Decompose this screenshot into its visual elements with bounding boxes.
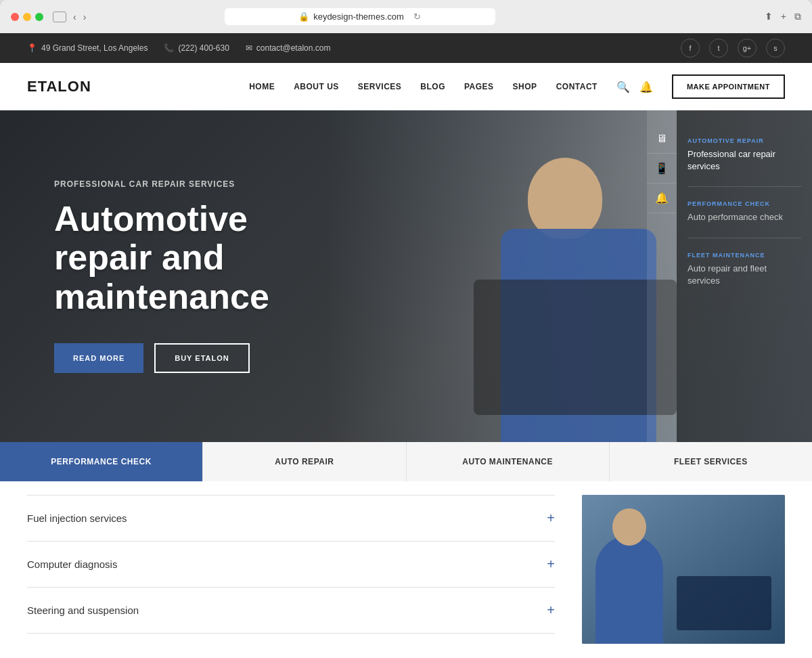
side-icons-panel: 🖥 📱 🔔 bbox=[647, 110, 677, 442]
content-section: Fuel injection services + Computer diagn… bbox=[0, 481, 812, 658]
twitter-icon[interactable]: t bbox=[709, 39, 728, 58]
accordion-plus-steering[interactable]: + bbox=[547, 602, 555, 618]
tab-performance-check[interactable]: PERFORMANCE CHECK bbox=[0, 442, 203, 481]
slide-title-performance: Auto performance check bbox=[687, 211, 801, 223]
slide-label-fleet: FLEET MAINTENANCE bbox=[687, 252, 801, 259]
accordion-plus-fuel[interactable]: + bbox=[547, 510, 555, 526]
email-icon: ✉ bbox=[246, 43, 252, 53]
nav-icons: 🔍 🔔 bbox=[616, 81, 653, 93]
email-item: ✉ contact@etalon.com bbox=[246, 43, 331, 53]
phone-item: 📞 (222) 400-630 bbox=[164, 43, 229, 53]
main-nav: HOME ABOUT US SERVICES BLOG PAGES SHOP C… bbox=[249, 74, 785, 99]
service-tabs: PERFORMANCE CHECK AUTO REPAIR AUTO MAINT… bbox=[0, 442, 812, 481]
nav-contact[interactable]: CONTACT bbox=[556, 82, 597, 91]
nav-shop[interactable]: SHOP bbox=[513, 82, 537, 91]
cart-icon[interactable]: 🔔 bbox=[639, 81, 653, 93]
nav-services[interactable]: SERVICES bbox=[358, 82, 401, 91]
slide-panel: AUTOMOTIVE REPAIR Professional car repai… bbox=[677, 110, 812, 442]
accordion-label-computer: Computer diagnosis bbox=[27, 558, 117, 570]
browser-titlebar: ‹ › 🔒 keydesign-themes.com ↻ ⬆ + ⧉ bbox=[0, 0, 812, 33]
img-car-engine bbox=[677, 576, 771, 630]
browser-actions: ⬆ + ⧉ bbox=[765, 11, 801, 22]
top-bar: 📍 49 Grand Street, Los Angeles 📞 (222) 4… bbox=[0, 33, 812, 63]
location-icon: 📍 bbox=[27, 43, 37, 53]
tab-auto-maintenance[interactable]: AUTO MAINTENANCE bbox=[407, 442, 610, 481]
minimize-dot[interactable] bbox=[23, 13, 31, 21]
main-header: ETALON HOME ABOUT US SERVICES BLOG PAGES… bbox=[0, 63, 812, 110]
browser-content: 📍 49 Grand Street, Los Angeles 📞 (222) 4… bbox=[0, 33, 812, 658]
bell-icon[interactable]: 🔔 bbox=[647, 183, 677, 213]
slide-item-automotive[interactable]: AUTOMOTIVE REPAIR Professional car repai… bbox=[687, 124, 801, 187]
phone-icon: 📞 bbox=[164, 43, 174, 53]
slide-label-performance: PERFORMANCE CHECK bbox=[687, 200, 801, 207]
desktop-icon[interactable]: 🖥 bbox=[647, 124, 677, 154]
address-text: 49 Grand Street, Los Angeles bbox=[41, 43, 148, 53]
close-dot[interactable] bbox=[11, 13, 19, 21]
hero-buttons: READ MORE BUY ETALON bbox=[54, 343, 352, 373]
googleplus-icon[interactable]: g+ bbox=[738, 39, 757, 58]
make-appointment-button[interactable]: MAKE APPOINTMENT bbox=[672, 74, 785, 99]
tab-auto-repair[interactable]: AUTO REPAIR bbox=[203, 442, 406, 481]
tab-fleet-services[interactable]: FLEET SERVICES bbox=[610, 442, 812, 481]
accordion-list: Fuel injection services + Computer diagn… bbox=[27, 495, 555, 634]
phone-text: (222) 400-630 bbox=[178, 43, 229, 53]
nav-blog[interactable]: BLOG bbox=[420, 82, 445, 91]
browser-dots bbox=[11, 13, 43, 21]
forward-button[interactable]: › bbox=[83, 12, 87, 22]
hero-car bbox=[474, 280, 677, 415]
slide-title-fleet: Auto repair and fleet services bbox=[687, 263, 801, 287]
search-icon[interactable]: 🔍 bbox=[616, 81, 630, 93]
accordion-label-fuel: Fuel injection services bbox=[27, 512, 127, 524]
read-more-button[interactable]: READ MORE bbox=[54, 343, 143, 373]
address-bar[interactable]: 🔒 keydesign-themes.com ↻ bbox=[225, 8, 495, 25]
slide-title-automotive: Professional car repair services bbox=[687, 148, 801, 173]
url-text: keydesign-themes.com bbox=[313, 12, 404, 22]
img-mechanic-head bbox=[612, 508, 646, 546]
nav-about[interactable]: ABOUT US bbox=[294, 82, 339, 91]
maximize-dot[interactable] bbox=[35, 13, 43, 21]
windows-icon[interactable]: ⧉ bbox=[794, 11, 801, 22]
hero-subtitle: PROFESSIONAL CAR REPAIR SERVICES bbox=[54, 179, 352, 189]
img-mechanic-body bbox=[595, 535, 663, 644]
site-logo[interactable]: ETALON bbox=[27, 78, 91, 95]
hero-content: PROFESSIONAL CAR REPAIR SERVICES Automot… bbox=[0, 179, 379, 373]
refresh-icon: ↻ bbox=[413, 12, 421, 22]
nav-home[interactable]: HOME bbox=[249, 82, 275, 91]
tab-icon bbox=[53, 12, 66, 22]
hero-mechanic-head bbox=[528, 158, 602, 239]
top-bar-left: 📍 49 Grand Street, Los Angeles 📞 (222) 4… bbox=[27, 43, 330, 53]
mobile-icon[interactable]: 📱 bbox=[647, 154, 677, 183]
slide-item-fleet[interactable]: FLEET MAINTENANCE Auto repair and fleet … bbox=[687, 238, 801, 301]
accordion-label-steering: Steering and suspension bbox=[27, 605, 139, 616]
accordion-item-steering[interactable]: Steering and suspension + bbox=[27, 588, 555, 634]
email-text: contact@etalon.com bbox=[256, 43, 331, 53]
skype-icon[interactable]: s bbox=[766, 39, 785, 58]
address-item: 📍 49 Grand Street, Los Angeles bbox=[27, 43, 148, 53]
hero-section: PROFESSIONAL CAR REPAIR SERVICES Automot… bbox=[0, 110, 812, 442]
back-button[interactable]: ‹ bbox=[73, 12, 76, 22]
browser-window: ‹ › 🔒 keydesign-themes.com ↻ ⬆ + ⧉ 📍 49 … bbox=[0, 0, 812, 658]
hero-title: Automotive repair and maintenance bbox=[54, 200, 352, 316]
slide-item-performance[interactable]: PERFORMANCE CHECK Auto performance check bbox=[687, 187, 801, 238]
social-links: f t g+ s bbox=[681, 39, 785, 58]
share-icon[interactable]: ⬆ bbox=[765, 11, 773, 22]
buy-etalon-button[interactable]: BUY ETALON bbox=[154, 343, 250, 373]
nav-pages[interactable]: PAGES bbox=[464, 82, 494, 91]
facebook-icon[interactable]: f bbox=[681, 39, 700, 58]
accordion-plus-computer[interactable]: + bbox=[547, 556, 555, 572]
lock-icon: 🔒 bbox=[298, 12, 309, 22]
slide-label-automotive: AUTOMOTIVE REPAIR bbox=[687, 137, 801, 144]
new-tab-icon[interactable]: + bbox=[781, 11, 786, 22]
mechanic-image bbox=[582, 495, 785, 644]
accordion-item-computer[interactable]: Computer diagnosis + bbox=[27, 542, 555, 588]
accordion-item-fuel[interactable]: Fuel injection services + bbox=[27, 495, 555, 542]
